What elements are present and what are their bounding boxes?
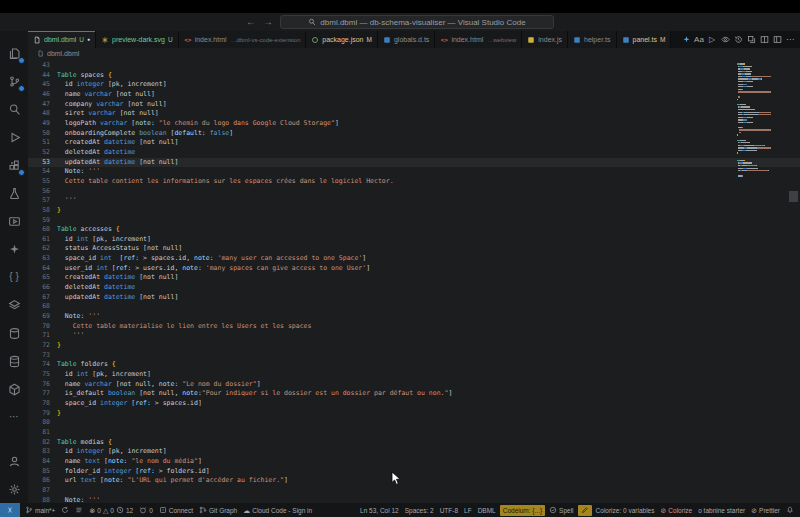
preview-eye-button[interactable] bbox=[719, 33, 731, 47]
run-file-button[interactable]: ▷ bbox=[706, 33, 718, 47]
tab-package.json[interactable]: package.jsonM bbox=[306, 31, 378, 48]
minimap[interactable] bbox=[737, 60, 771, 260]
status-spell-checker[interactable]: Spell bbox=[546, 503, 576, 517]
tab-index.html-webview[interactable]: <>index.html…webview bbox=[435, 31, 522, 48]
preview-icon bbox=[7, 214, 21, 228]
more-actions-button[interactable]: ⋯ bbox=[784, 33, 796, 47]
status-text: Ln 53, Col 12 bbox=[360, 507, 399, 514]
tab-index.html-dbmlvscodeextension[interactable]: <>index.html…dbml-vs-code-extension bbox=[179, 31, 307, 48]
status-git-branch[interactable]: main*+ bbox=[22, 503, 58, 517]
status-git-graph[interactable]: Git Graph bbox=[196, 503, 240, 517]
history-forward-button[interactable]: → bbox=[263, 17, 273, 27]
spell-letter-button[interactable]: Aa bbox=[693, 33, 705, 47]
activity-database[interactable] bbox=[0, 319, 28, 347]
activity-dependencies[interactable] bbox=[0, 375, 28, 403]
ts-file-icon bbox=[622, 36, 630, 44]
activity-more-views[interactable]: ⋯ bbox=[0, 403, 28, 431]
status-colorize-variables[interactable]: Colorize: 0 variables bbox=[593, 503, 658, 517]
activity-run-debug[interactable] bbox=[0, 123, 28, 151]
status-bar: main*+⊗0△0120ConnectGit Graph☁Cloud Code… bbox=[0, 503, 800, 517]
activity-explorer[interactable] bbox=[0, 39, 28, 67]
code-line-80: 80 bbox=[28, 418, 800, 428]
status-cloud-code[interactable]: ☁Cloud Code - Sign in bbox=[240, 503, 315, 517]
line-number: 69 bbox=[28, 312, 57, 322]
line-number: 79 bbox=[28, 409, 57, 419]
line-number: 53 bbox=[28, 158, 57, 168]
open-changes-button[interactable] bbox=[745, 33, 757, 47]
run-file-icon: ▷ bbox=[709, 36, 715, 44]
scrollbar-thumb[interactable] bbox=[789, 191, 798, 202]
history-back-button[interactable]: ← bbox=[246, 17, 256, 27]
html-file-icon: <> bbox=[184, 36, 192, 44]
line-number: 75 bbox=[28, 370, 57, 380]
error-icon: ⊗ bbox=[89, 507, 95, 514]
bell-icon bbox=[786, 506, 794, 514]
status-tasks[interactable] bbox=[72, 503, 86, 517]
split-editor-button[interactable] bbox=[758, 33, 770, 47]
activity-database-explorer[interactable] bbox=[0, 347, 28, 375]
status-connect[interactable]: Connect bbox=[156, 503, 196, 517]
status-prettier[interactable]: ⊘Prettier bbox=[748, 503, 783, 517]
activity-testing[interactable] bbox=[0, 179, 28, 207]
status-eol[interactable]: LF bbox=[461, 503, 475, 517]
activity-snippets[interactable]: { } bbox=[0, 263, 28, 291]
status-indentation[interactable]: Spaces: 2 bbox=[402, 503, 437, 517]
database-icon bbox=[7, 326, 21, 340]
breadcrumb[interactable]: dbml.dbml bbox=[28, 48, 800, 59]
tab-label: package.json bbox=[322, 36, 363, 43]
status-cursor-position[interactable]: Ln 53, Col 12 bbox=[357, 503, 402, 517]
file-icon bbox=[33, 36, 41, 44]
code-line-81: 81 bbox=[28, 428, 800, 438]
code-line-86: 86 url text [note: "L'URL qui permet d'a… bbox=[28, 476, 800, 486]
status-notifications[interactable] bbox=[783, 503, 797, 517]
activity-ai-sparkle[interactable] bbox=[0, 235, 28, 263]
status-codeium[interactable]: Codeium: {...} bbox=[500, 505, 545, 516]
status-problems[interactable]: ⊗0△012 bbox=[86, 503, 136, 517]
clock-icon bbox=[116, 506, 124, 514]
tab-panel.ts[interactable]: panel.tsM bbox=[617, 31, 672, 48]
line-number: 57 bbox=[28, 196, 57, 206]
command-center[interactable]: dbml.dbml — db-schema-visualiser — Visua… bbox=[280, 15, 554, 29]
tab-description: …dbml-vs-code-extension bbox=[231, 37, 301, 43]
line-number: 82 bbox=[28, 438, 57, 448]
git-status-badge: M bbox=[660, 36, 665, 43]
status-language-mode[interactable]: DBML bbox=[475, 503, 499, 517]
code-line-64: 64 user_id int [ref: > users.id, note: '… bbox=[28, 264, 800, 274]
status-tabnine[interactable]: o tabnine starter bbox=[695, 503, 748, 517]
tab-globals.d.ts[interactable]: globals.d.ts bbox=[378, 31, 435, 48]
status-encoding[interactable]: UTF-8 bbox=[437, 503, 461, 517]
tab-helper.ts[interactable]: helper.ts bbox=[568, 31, 616, 48]
line-number: 61 bbox=[28, 235, 57, 245]
status-text: Connect bbox=[169, 507, 193, 514]
code-line-49: 49 logoPath varchar [note: "le chemin du… bbox=[28, 119, 800, 129]
tab-bar: dbml.dbmlU●preview-dark.svgU<>index.html… bbox=[28, 31, 800, 48]
status-remote-indicator[interactable] bbox=[0, 503, 20, 517]
activity-preview[interactable] bbox=[0, 207, 28, 235]
timeline-button[interactable] bbox=[732, 33, 744, 47]
ai-assistant-button[interactable] bbox=[680, 33, 692, 47]
status-highlight-toggle[interactable] bbox=[578, 505, 592, 516]
activity-layers[interactable] bbox=[0, 291, 28, 319]
activity-accounts[interactable] bbox=[0, 447, 28, 475]
editor-layout-button[interactable] bbox=[771, 33, 783, 47]
activity-search[interactable] bbox=[0, 95, 28, 123]
code-line-59: 59 bbox=[28, 216, 800, 226]
tab-dbml.dbml[interactable]: dbml.dbmlU● bbox=[28, 31, 96, 48]
code-line-71: 71 ''' bbox=[28, 331, 800, 341]
tab-index.js[interactable]: index.js bbox=[522, 31, 568, 48]
tab-label: helper.ts bbox=[584, 36, 610, 43]
status-sync-changes[interactable] bbox=[58, 503, 72, 517]
code-editor[interactable]: 4344Table spaces {45 id integer [pk, inc… bbox=[28, 59, 800, 503]
tab-preview-dark.svg[interactable]: preview-dark.svgU bbox=[96, 31, 179, 48]
warning-icon: △ bbox=[103, 507, 108, 514]
status-github-count[interactable]: 0 bbox=[136, 503, 156, 517]
timeline-icon bbox=[734, 35, 743, 44]
check-circle-icon bbox=[549, 506, 557, 514]
activity-extensions[interactable] bbox=[0, 151, 28, 179]
status-colorize-disabled[interactable]: ⊘Colorize bbox=[657, 503, 695, 517]
line-number: 45 bbox=[28, 80, 57, 90]
line-number: 73 bbox=[28, 351, 57, 361]
activity-source-control[interactable] bbox=[0, 67, 28, 95]
activity-settings[interactable] bbox=[0, 475, 28, 503]
line-number: 85 bbox=[28, 467, 57, 477]
